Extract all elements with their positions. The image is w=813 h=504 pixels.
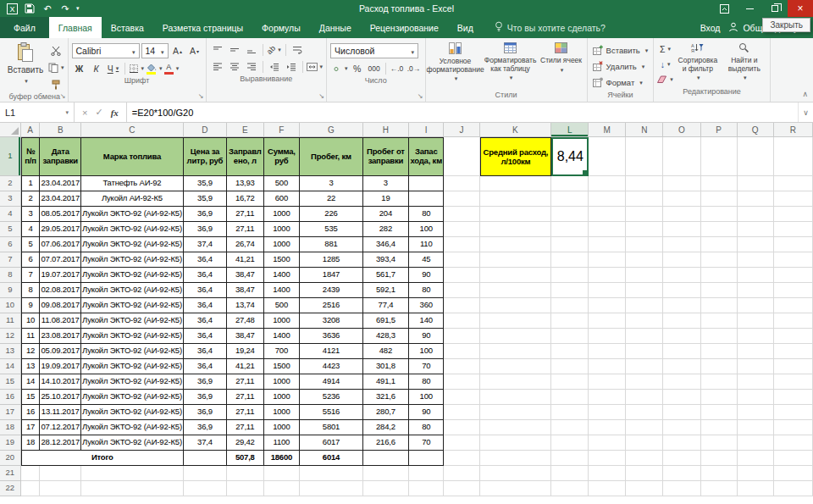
merge-center-icon[interactable] [307, 60, 324, 74]
cell-F7[interactable]: 1500 [264, 252, 301, 268]
cell-F10[interactable]: 500 [264, 298, 301, 313]
cell-H20[interactable] [363, 451, 409, 466]
align-top-icon[interactable] [210, 43, 225, 57]
row-header-22[interactable]: 22 [0, 481, 21, 496]
cell-Q4[interactable] [738, 207, 774, 222]
cell-E8[interactable]: 38,47 [227, 268, 264, 283]
cell-H18[interactable]: 284,2 [363, 420, 409, 435]
cell-B8[interactable]: 19.07.2017 [40, 268, 81, 283]
redo-icon[interactable]: ↷ [58, 2, 72, 15]
cell-F18[interactable]: 1000 [264, 420, 301, 435]
cell-B19[interactable]: 28.12.2017 [40, 435, 81, 451]
cell-P4[interactable] [701, 207, 738, 222]
cell-K13[interactable] [480, 344, 552, 359]
cell-O14[interactable] [663, 359, 700, 374]
insert-cells-button[interactable]: Вставить [591, 43, 650, 58]
cell-Q1[interactable] [738, 137, 774, 176]
cell-H6[interactable]: 346,4 [363, 237, 409, 252]
tab-insert[interactable]: Вставка [102, 17, 153, 38]
column-header-P[interactable]: P [701, 123, 738, 137]
cell-I17[interactable]: 90 [409, 405, 444, 420]
cancel-icon[interactable]: × [82, 108, 87, 118]
tell-me-box[interactable]: Что вы хотите сделать? [495, 17, 606, 38]
cell-G10[interactable]: 2516 [300, 298, 363, 313]
cell-R9[interactable] [774, 283, 813, 298]
cell-Q18[interactable] [738, 420, 774, 435]
tab-data[interactable]: Данные [310, 17, 361, 38]
cell-Q17[interactable] [738, 405, 774, 420]
cell-E5[interactable]: 27,11 [227, 222, 264, 237]
cell-J19[interactable] [444, 435, 479, 451]
qat-customize-icon[interactable]: ▾ [76, 5, 80, 12]
wrap-text-icon[interactable] [290, 43, 305, 57]
undo-icon[interactable]: ↶ [41, 2, 54, 15]
cell-R12[interactable] [774, 329, 813, 344]
cell-N20[interactable] [626, 451, 663, 466]
cell-I9[interactable]: 80 [409, 283, 444, 298]
cell-Q6[interactable] [738, 237, 774, 252]
cell-E2[interactable]: 13,93 [227, 176, 264, 191]
cell-D16[interactable]: 36,9 [184, 390, 227, 405]
row-header-8[interactable]: 8 [0, 268, 21, 283]
cell-D6[interactable]: 37,4 [184, 237, 227, 252]
cell-Q9[interactable] [738, 283, 774, 298]
cell-A16[interactable]: 15 [21, 390, 41, 405]
cell-P21[interactable] [701, 466, 738, 481]
cell-R13[interactable] [774, 344, 813, 359]
column-header-I[interactable]: I [409, 123, 444, 137]
cell-L12[interactable] [551, 329, 589, 344]
cell-M10[interactable] [589, 298, 626, 313]
cell-G14[interactable]: 4423 [300, 359, 363, 374]
cell-H17[interactable]: 280,7 [363, 405, 409, 420]
cell-N3[interactable] [626, 191, 663, 207]
cell-A21[interactable] [21, 466, 41, 481]
cell-C1[interactable]: Марка топлива [81, 137, 184, 176]
decrease-indent-icon[interactable] [267, 60, 282, 74]
cell-F19[interactable]: 1100 [264, 435, 301, 451]
column-header-C[interactable]: C [81, 123, 184, 137]
column-header-J[interactable]: J [444, 123, 479, 137]
cell-O2[interactable] [663, 176, 700, 191]
cell-L17[interactable] [551, 405, 589, 420]
cell-D1[interactable]: Цена за литр, руб [184, 137, 227, 176]
cell-E6[interactable]: 26,74 [227, 237, 264, 252]
cell-A11[interactable]: 10 [21, 313, 41, 329]
cell-L10[interactable] [551, 298, 589, 313]
cell-F8[interactable]: 1400 [264, 268, 301, 283]
cell-Q10[interactable] [738, 298, 774, 313]
cell-B1[interactable]: Дата заправки [40, 137, 81, 176]
cell-B5[interactable]: 29.05.2017 [40, 222, 81, 237]
cell-L8[interactable] [551, 268, 589, 283]
cell-I14[interactable]: 70 [409, 359, 444, 374]
cell-D9[interactable]: 36,4 [184, 283, 227, 298]
minimize-icon[interactable] [737, 0, 762, 17]
cell-K6[interactable] [480, 237, 552, 252]
cell-A8[interactable]: 7 [21, 268, 41, 283]
cell-M22[interactable] [589, 481, 626, 496]
cell-J5[interactable] [444, 222, 479, 237]
cell-K7[interactable] [480, 252, 552, 268]
cell-A3[interactable]: 2 [21, 191, 41, 207]
cell-I6[interactable]: 110 [409, 237, 444, 252]
cell-E1[interactable]: Заправлено, л [227, 137, 264, 176]
cell-O16[interactable] [663, 390, 700, 405]
cell-R14[interactable] [774, 359, 813, 374]
row-header-2[interactable]: 2 [0, 176, 21, 191]
cell-A10[interactable]: 9 [21, 298, 41, 313]
row-header-6[interactable]: 6 [0, 237, 21, 252]
cell-L3[interactable] [551, 191, 589, 207]
cell-N11[interactable] [626, 313, 663, 329]
cell-R11[interactable] [774, 313, 813, 329]
cell-H22[interactable] [363, 481, 409, 496]
close-icon[interactable]: × [788, 0, 813, 17]
cell-I21[interactable] [409, 466, 444, 481]
sort-filter-button[interactable]: АЯ Сортировка и фильтр [676, 40, 720, 86]
cell-P6[interactable] [701, 237, 738, 252]
cell-G12[interactable]: 3636 [300, 329, 363, 344]
cell-E12[interactable]: 38,47 [227, 329, 264, 344]
increase-font-icon[interactable]: А▴ [170, 44, 185, 58]
column-header-B[interactable]: B [40, 123, 81, 137]
cell-D22[interactable] [184, 481, 227, 496]
cell-styles-button[interactable]: Стили ячеек [539, 40, 583, 74]
cell-K19[interactable] [480, 435, 552, 451]
